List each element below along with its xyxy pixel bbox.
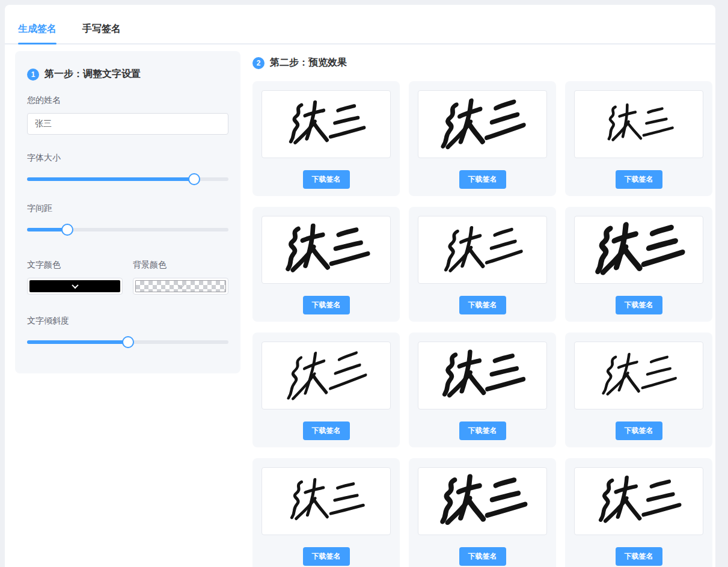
text-slant-slider[interactable] (27, 336, 228, 348)
step1-title: 第一步：调整文字设置 (44, 68, 141, 81)
signature-image (588, 345, 690, 406)
signature-card: 下载签名 (252, 207, 400, 322)
slider-track (27, 228, 228, 231)
name-label: 您的姓名 (27, 95, 228, 106)
signature-preview (262, 342, 391, 409)
signature-preview (574, 216, 703, 284)
content: 1 第一步：调整文字设置 您的姓名 字体大小 字间距 文字颜色 (5, 44, 715, 567)
download-signature-button[interactable]: 下载签名 (303, 421, 350, 440)
step2-title: 第二步：预览效果 (270, 57, 347, 69)
step1-header: 1 第一步：调整文字设置 (27, 68, 228, 81)
tab-handwritten-signature[interactable]: 手写签名 (82, 23, 121, 43)
download-signature-button[interactable]: 下载签名 (616, 547, 662, 566)
download-signature-button[interactable]: 下载签名 (616, 170, 662, 189)
download-signature-button[interactable]: 下载签名 (459, 170, 506, 189)
download-signature-button[interactable]: 下载签名 (303, 170, 350, 189)
download-signature-button[interactable]: 下载签名 (459, 296, 506, 314)
signature-image (272, 217, 380, 283)
signature-card: 下载签名 (409, 81, 556, 196)
background-color-picker[interactable] (133, 278, 228, 295)
signature-card: 下载签名 (409, 458, 556, 567)
download-signature-button[interactable]: 下载签名 (616, 421, 662, 440)
signature-image (426, 467, 539, 535)
signature-card: 下载签名 (565, 458, 712, 567)
signature-image (581, 216, 697, 284)
chevron-down-icon (72, 282, 78, 289)
signature-image (429, 343, 536, 408)
signature-preview (262, 467, 391, 535)
signature-image (277, 473, 375, 530)
font-size-label: 字体大小 (27, 153, 228, 164)
signature-image (276, 94, 377, 155)
background-color-label: 背景颜色 (133, 260, 228, 271)
slider-thumb[interactable] (122, 336, 134, 348)
chevron-down-icon (177, 282, 184, 289)
font-size-slider[interactable] (27, 173, 228, 185)
signature-card: 下载签名 (409, 207, 556, 322)
signature-image (430, 216, 535, 283)
signature-card: 下载签名 (565, 207, 712, 322)
signature-image (426, 90, 539, 158)
name-input[interactable] (27, 113, 228, 135)
download-signature-button[interactable]: 下载签名 (303, 547, 350, 566)
signature-card: 下载签名 (565, 81, 712, 196)
signature-preview (418, 90, 547, 158)
step2-header: 2 第二步：预览效果 (252, 57, 712, 69)
tab-generate-signature[interactable]: 生成签名 (18, 23, 57, 43)
preview-section: 2 第二步：预览效果 下载签名 (252, 51, 712, 567)
signature-preview (262, 216, 391, 284)
signature-preview (418, 342, 547, 409)
download-signature-button[interactable]: 下载签名 (616, 296, 662, 314)
step2-badge: 2 (252, 57, 265, 69)
step1-badge: 1 (27, 69, 39, 81)
main-card: 生成签名 手写签名 1 第一步：调整文字设置 您的姓名 字体大小 字间距 (5, 5, 715, 567)
signature-preview (574, 342, 703, 409)
text-color-picker[interactable] (27, 278, 123, 295)
signature-image (272, 342, 381, 409)
letter-spacing-slider[interactable] (27, 224, 228, 236)
signature-preview (574, 90, 703, 158)
download-signature-button[interactable]: 下载签名 (303, 296, 350, 314)
signature-preview (574, 467, 703, 535)
slider-thumb[interactable] (188, 173, 200, 185)
text-color-label: 文字颜色 (27, 260, 123, 271)
signature-card: 下载签名 (565, 333, 712, 447)
settings-panel: 1 第一步：调整文字设置 您的姓名 字体大小 字间距 文字颜色 (15, 51, 240, 373)
signature-image (584, 469, 693, 534)
signature-card: 下载签名 (252, 333, 400, 447)
letter-spacing-label: 字间距 (27, 203, 228, 214)
signature-card: 下载签名 (409, 333, 556, 447)
signature-image (596, 99, 682, 150)
download-signature-button[interactable]: 下载签名 (459, 421, 506, 440)
signature-card: 下载签名 (252, 458, 400, 567)
signature-preview (418, 467, 547, 535)
text-slant-label: 文字倾斜度 (27, 316, 228, 326)
tab-bar: 生成签名 手写签名 (5, 5, 715, 44)
download-signature-button[interactable]: 下载签名 (459, 547, 506, 566)
signature-preview (418, 216, 547, 284)
signature-card: 下载签名 (252, 81, 400, 196)
signature-grid: 下载签名 下载签名 (252, 81, 712, 567)
slider-thumb[interactable] (61, 224, 73, 236)
signature-preview (262, 90, 391, 158)
